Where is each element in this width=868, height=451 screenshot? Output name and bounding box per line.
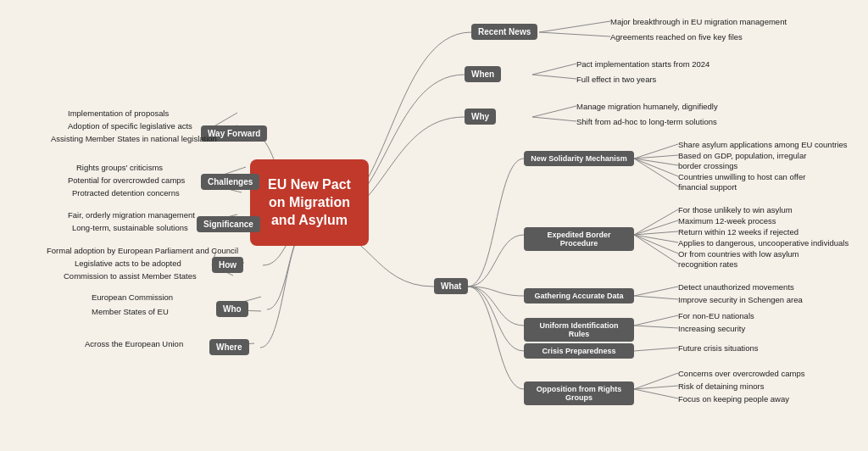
node-opposition: Opposition from Rights Groups [524,381,634,405]
svg-line-21 [634,348,678,351]
leaf-text: Long-term, sustainable solutions [72,223,188,232]
leaf-text: Maximum 12-week process [678,216,776,226]
svg-line-19 [634,315,678,326]
node-uniform-id: Uniform Identification Rules [524,318,634,342]
leaf-text: Fair, orderly migration management [68,210,195,220]
node-expedited-border: Expedited Border Procedure [524,227,634,251]
leaf-text: Concerns over overcrowded camps [678,369,804,378]
svg-line-15 [634,235,678,253]
svg-line-5 [532,117,576,121]
svg-line-17 [634,287,678,296]
leaf-text: financial support [678,182,737,192]
leaf-text: Rights groups' criticisms [76,163,163,172]
leaf-text: Formal adoption by European Parliament a… [47,246,238,255]
node-challenges: Challenges [201,174,259,190]
leaf-text: Focus on keeping people away [678,394,789,404]
leaf-text: Commission to assist Member States [64,271,197,281]
leaf-text: Future crisis situations [678,343,759,353]
leaf-text: For those unlikely to win asylum [678,205,793,214]
svg-line-14 [634,235,678,242]
leaf-text: Increasing security [678,324,745,333]
svg-line-0 [539,21,610,32]
center-label: EU New Pact on Migration and Asylum [268,177,351,227]
svg-line-8 [634,159,678,165]
svg-line-22 [634,373,678,389]
svg-line-13 [634,231,678,235]
svg-line-1 [539,32,610,36]
svg-line-24 [634,389,678,398]
leaf-text: Based on GDP, population, irregular [678,151,806,160]
node-how: How [212,257,243,273]
svg-line-16 [634,235,678,264]
node-when: When [465,66,501,82]
leaf-text: Across the European Union [85,339,183,348]
node-gathering-data: Gathering Accurate Data [524,288,634,303]
leaf-text: Adoption of specific legislative acts [68,121,192,131]
svg-line-12 [634,220,678,235]
node-significance: Significance [197,216,260,232]
node-what: What [434,278,468,294]
leaf-text: For non-EU nationals [678,311,754,320]
svg-line-11 [634,209,678,235]
leaf-text: Or from countries with low asylum [678,249,799,259]
leaf-text: European Commission [92,292,173,302]
svg-line-20 [634,326,678,328]
leaf-text: Applies to dangerous, uncooperative indi… [678,238,849,248]
svg-line-7 [634,155,678,159]
svg-line-10 [634,159,678,187]
leaf-text: border crossings [678,161,737,170]
leaf-text: Shift from ad-hoc to long-term solutions [576,117,717,126]
leaf-text: recognition rates [678,259,737,269]
leaf-text: Detect unauthorized movements [678,282,794,292]
node-new-solidarity: New Solidarity Mechanism [524,151,634,166]
leaf-text: Manage migration humanely, dignifiedly [576,102,718,111]
leaf-text: Agreements reached on five key files [610,32,743,42]
leaf-text: Legislative acts to be adopted [75,259,181,268]
node-crisis-prep: Crisis Preparedness [524,343,634,359]
node-why: Why [465,109,496,125]
leaf-text: Member States of EU [92,307,169,316]
node-who: Who [216,301,248,317]
svg-line-3 [532,75,576,79]
svg-line-18 [634,296,678,299]
leaf-text: Return within 12 weeks if rejected [678,227,798,237]
center-node: EU New Pact on Migration and Asylum [250,159,369,246]
svg-line-2 [532,64,576,75]
leaf-text: Risk of detaining minors [678,381,764,391]
svg-line-23 [634,386,678,389]
mindmap: EU New Pact on Migration and Asylum Rece… [0,0,868,451]
node-where: Where [209,339,249,355]
leaf-text: Share asylum applications among EU count… [678,140,848,149]
leaf-text: Full effect in two years [576,75,656,84]
leaf-text: Implementation of proposals [68,109,169,118]
leaf-text: Pact implementation starts from 2024 [576,59,709,69]
leaf-text: Countries unwilling to host can offer [678,172,805,181]
svg-line-9 [634,159,678,176]
leaf-text: Assisting Member States in national legi… [51,134,217,143]
leaf-text: Potential for overcrowded camps [68,175,185,185]
leaf-text: Improve security in Schengen area [678,295,803,304]
svg-line-4 [532,106,576,117]
svg-line-6 [634,144,678,159]
leaf-text: Major breakthrough in EU migration manag… [610,17,787,26]
node-recent-news: Recent News [471,24,537,40]
leaf-text: Protracted detention concerns [72,188,180,198]
